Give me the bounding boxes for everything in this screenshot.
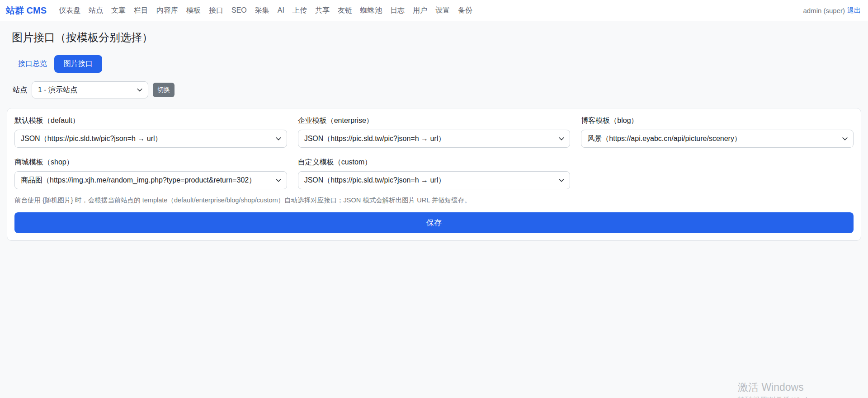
nav-item[interactable]: 蜘蛛池 (356, 2, 386, 19)
chevron-down-icon (558, 177, 565, 183)
help-text: 前台使用 {随机图片} 时，会根据当前站点的 template（default/… (14, 196, 854, 205)
template-field: 博客模板（blog） 风景（https://api.eyabc.cn/api/p… (581, 116, 854, 148)
chevron-down-icon (558, 136, 565, 142)
brand-logo[interactable]: 站群 CMS (6, 5, 47, 17)
site-select-value: 1 - 演示站点 (38, 85, 77, 95)
nav-item[interactable]: 共享 (311, 2, 334, 19)
template-field: 商城模板（shop） 商品图（https://img.xjh.me/random… (14, 158, 287, 189)
nav-item[interactable]: 栏目 (130, 2, 152, 19)
template-field: 自定义模板（custom） JSON（https://pic.sld.tw/pi… (298, 158, 571, 189)
field-label: 博客模板（blog） (581, 116, 854, 126)
tab-bar: 接口总览 图片接口 (7, 55, 861, 73)
field-select[interactable]: 风景（https://api.eyabc.cn/api/picture/scen… (581, 130, 854, 148)
nav-item[interactable]: 内容库 (152, 2, 182, 19)
logout-link[interactable]: 退出 (847, 6, 861, 15)
field-select[interactable]: 商品图（https://img.xjh.me/random_img.php?ty… (14, 171, 287, 189)
field-select-value: JSON（https://pic.sld.tw/pic?json=h → url… (21, 134, 162, 144)
windows-activation-watermark: 激活 Windows 转到“设置”以激活 Windows (738, 380, 819, 398)
tab-api-overview[interactable]: 接口总览 (13, 56, 54, 72)
field-select[interactable]: JSON（https://pic.sld.tw/pic?json=h → url… (298, 130, 571, 148)
site-selector-row: 站点 1 - 演示站点 切换 (7, 81, 861, 98)
field-label: 商城模板（shop） (14, 158, 287, 167)
save-button[interactable]: 保存 (14, 212, 854, 233)
chevron-down-icon (842, 136, 848, 142)
chevron-down-icon (137, 87, 143, 93)
page-title: 图片接口（按模板分别选择） (6, 30, 861, 45)
chevron-down-icon (275, 177, 282, 183)
template-field: 企业模板（enterprise） JSON（https://pic.sld.tw… (298, 116, 571, 148)
nav-item[interactable]: 采集 (251, 2, 274, 19)
field-select-value: 风景（https://api.eyabc.cn/api/picture/scen… (587, 134, 741, 144)
tab-image-api[interactable]: 图片接口 (54, 55, 102, 73)
top-navbar: 站群 CMS 仪表盘站点文章栏目内容库模板接口SEO采集AI上传共享友链蜘蛛池日… (0, 0, 868, 21)
site-select[interactable]: 1 - 演示站点 (32, 81, 148, 98)
field-select[interactable]: JSON（https://pic.sld.tw/pic?json=h → url… (298, 171, 571, 189)
field-select-value: 商品图（https://img.xjh.me/random_img.php?ty… (21, 176, 256, 185)
field-label: 默认模板（default） (14, 116, 287, 126)
field-label: 自定义模板（custom） (298, 158, 571, 167)
nav-item[interactable]: AI (274, 3, 288, 18)
field-label: 企业模板（enterprise） (298, 116, 571, 126)
nav-item[interactable]: 仪表盘 (55, 2, 85, 19)
nav-item[interactable]: 备份 (454, 2, 476, 19)
chevron-down-icon (275, 136, 282, 142)
nav-item[interactable]: 模板 (182, 2, 205, 19)
nav-item[interactable]: 上传 (288, 2, 311, 19)
current-user-label: admin (super) (803, 7, 845, 14)
nav-item[interactable]: 站点 (85, 2, 107, 19)
nav-item[interactable]: 用户 (409, 2, 431, 19)
nav-item[interactable]: 接口 (205, 2, 227, 19)
nav-item[interactable]: SEO (227, 3, 251, 18)
main-content: 图片接口（按模板分别选择） 接口总览 图片接口 站点 1 - 演示站点 切换 默… (0, 30, 868, 241)
site-label: 站点 (13, 85, 27, 95)
watermark-line1: 激活 Windows (738, 380, 819, 394)
image-api-card: 默认模板（default） JSON（https://pic.sld.tw/pi… (7, 108, 861, 241)
nav-item[interactable]: 文章 (107, 2, 130, 19)
switch-site-button[interactable]: 切换 (153, 83, 175, 97)
fields-grid: 默认模板（default） JSON（https://pic.sld.tw/pi… (14, 116, 854, 189)
field-select[interactable]: JSON（https://pic.sld.tw/pic?json=h → url… (14, 130, 287, 148)
nav-menu: 仪表盘站点文章栏目内容库模板接口SEO采集AI上传共享友链蜘蛛池日志用户设置备份 (55, 2, 476, 19)
nav-item[interactable]: 友链 (334, 2, 356, 19)
field-select-value: JSON（https://pic.sld.tw/pic?json=h → url… (304, 134, 446, 144)
watermark-line2: 转到“设置”以激活 Windows (738, 396, 819, 398)
template-field: 默认模板（default） JSON（https://pic.sld.tw/pi… (14, 116, 287, 148)
field-select-value: JSON（https://pic.sld.tw/pic?json=h → url… (304, 176, 446, 185)
nav-item[interactable]: 日志 (386, 2, 409, 19)
nav-item[interactable]: 设置 (431, 2, 454, 19)
